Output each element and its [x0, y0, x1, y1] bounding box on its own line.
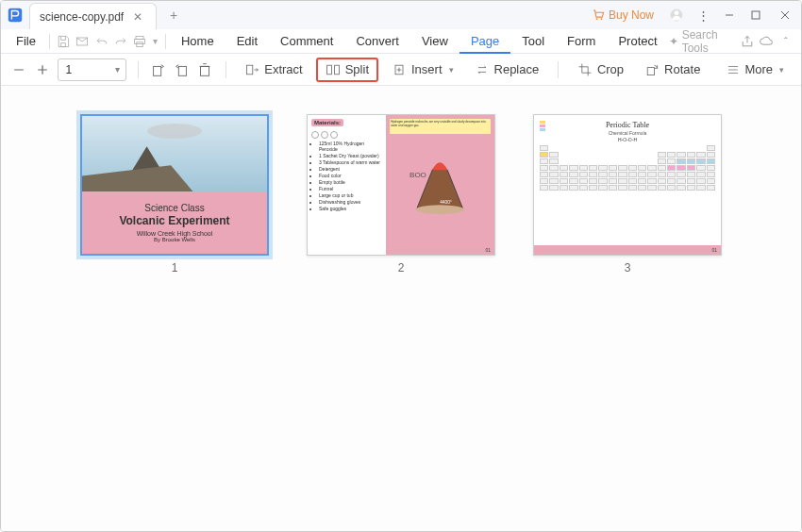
print-icon[interactable] — [130, 31, 149, 52]
page1-school: Willow Creek High School — [137, 230, 213, 237]
share-icon[interactable] — [738, 31, 757, 52]
insert-button[interactable]: Insert ▾ — [384, 58, 461, 82]
document-tab[interactable]: science-copy.pdf ✕ — [29, 3, 157, 29]
svg-rect-20 — [326, 65, 331, 75]
close-window-button[interactable] — [769, 2, 801, 28]
page2-heading: Materials: — [311, 119, 343, 126]
menu-icon — [727, 63, 740, 76]
split-icon — [326, 62, 341, 77]
thumbnail-label: 3 — [625, 261, 631, 274]
page3-formula: H-O-O-H — [540, 137, 715, 142]
crop-icon — [577, 62, 593, 77]
chevron-down-icon: ▾ — [779, 65, 784, 75]
page-thumbnail-2[interactable]: Materials: 125ml 10% Hydrogen Peroxide1 … — [307, 114, 495, 256]
rotate-button[interactable]: Rotate — [637, 58, 708, 82]
tab-form[interactable]: Form — [556, 29, 607, 54]
tab-convert[interactable]: Convert — [344, 29, 410, 54]
page-thumbnail-1[interactable]: Science Class Volcanic Experiment Willow… — [80, 114, 269, 256]
delete-page-icon[interactable] — [196, 58, 214, 82]
ribbon-toolbar: 1 ▾ Extract Split Insert ▾ Replace — [1, 54, 801, 86]
tab-page[interactable]: Page — [459, 29, 510, 54]
rotate-right-icon[interactable] — [173, 58, 191, 82]
svg-text:4400°: 4400° — [441, 200, 453, 205]
document-tab-title: science-copy.pdf — [40, 10, 124, 24]
page1-title: Science Class — [144, 203, 204, 213]
close-tab-button[interactable]: ✕ — [133, 10, 142, 24]
svg-rect-10 — [137, 42, 142, 46]
mail-icon[interactable] — [73, 31, 92, 52]
collapse-ribbon-icon[interactable]: ˆ — [777, 31, 795, 52]
svg-rect-9 — [135, 39, 145, 43]
crop-button[interactable]: Crop — [570, 58, 631, 82]
save-icon[interactable] — [54, 31, 73, 52]
thumbnail-label: 1 — [172, 261, 178, 274]
page-thumbnails-area: Science Class Volcanic Experiment Willow… — [1, 86, 801, 531]
menu-bar: File ▾ Home Edit Comment Convert View Pa… — [1, 29, 801, 54]
page3-subtitle: Chemical Formula — [540, 130, 715, 136]
menu-file[interactable]: File — [7, 34, 45, 48]
zoom-in-button[interactable] — [34, 58, 52, 82]
svg-rect-16 — [201, 66, 209, 75]
cloud-icon[interactable] — [757, 31, 776, 52]
svg-point-2 — [601, 18, 603, 20]
kebab-menu-icon[interactable]: ⋮ — [690, 2, 716, 28]
chevron-down-icon[interactable]: ▾ — [150, 31, 162, 52]
svg-rect-6 — [752, 11, 760, 19]
svg-point-1 — [596, 18, 598, 20]
sparkle-icon: ✦ — [669, 35, 678, 48]
chevron-down-icon: ▾ — [449, 65, 454, 75]
more-button[interactable]: More ▾ — [719, 58, 792, 82]
undo-icon[interactable] — [92, 31, 110, 52]
tab-home[interactable]: Home — [170, 29, 226, 54]
svg-rect-8 — [136, 36, 143, 39]
user-avatar-icon[interactable] — [663, 2, 690, 28]
chevron-down-icon: ▾ — [115, 64, 120, 75]
svg-point-4 — [675, 10, 679, 15]
tab-protect[interactable]: Protect — [607, 29, 668, 54]
rotate-icon — [644, 62, 660, 77]
extract-icon — [244, 62, 259, 77]
page3-title: Periodic Table — [540, 121, 715, 129]
page-thumbnail-3[interactable]: Periodic Table Chemical Formula H-O-O-H … — [533, 114, 722, 256]
page1-author: By Brooke Wells — [154, 237, 195, 242]
tab-tool[interactable]: Tool — [510, 29, 556, 54]
svg-rect-21 — [334, 65, 339, 75]
redo-icon[interactable] — [111, 31, 130, 52]
new-tab-button[interactable]: + — [162, 4, 185, 26]
tab-comment[interactable]: Comment — [269, 29, 344, 54]
minimize-button[interactable] — [716, 2, 743, 28]
rotate-left-icon[interactable] — [149, 58, 167, 82]
split-button[interactable]: Split — [316, 58, 378, 82]
tab-edit[interactable]: Edit — [226, 29, 269, 54]
svg-rect-14 — [153, 66, 160, 75]
svg-rect-15 — [179, 66, 187, 75]
svg-point-29 — [416, 205, 464, 214]
svg-text:BOO: BOO — [409, 171, 426, 179]
replace-icon — [475, 62, 490, 77]
insert-icon — [392, 62, 407, 77]
replace-button[interactable]: Replace — [467, 58, 547, 82]
cart-icon — [592, 8, 605, 22]
app-logo-icon — [1, 1, 29, 29]
buy-now-link[interactable]: Buy Now — [592, 8, 654, 22]
svg-rect-25 — [647, 67, 654, 75]
maximize-button[interactable] — [743, 2, 769, 28]
page1-subtitle: Volcanic Experiment — [119, 214, 229, 227]
page-number-input[interactable]: 1 ▾ — [58, 58, 126, 81]
zoom-out-button[interactable] — [10, 58, 28, 82]
search-tools[interactable]: ✦ Search Tools — [669, 28, 730, 55]
tab-view[interactable]: View — [410, 29, 459, 54]
svg-rect-19 — [247, 65, 253, 75]
extract-button[interactable]: Extract — [237, 58, 309, 82]
thumbnail-label: 2 — [398, 261, 405, 274]
title-bar: science-copy.pdf ✕ + Buy Now ⋮ — [1, 1, 801, 29]
